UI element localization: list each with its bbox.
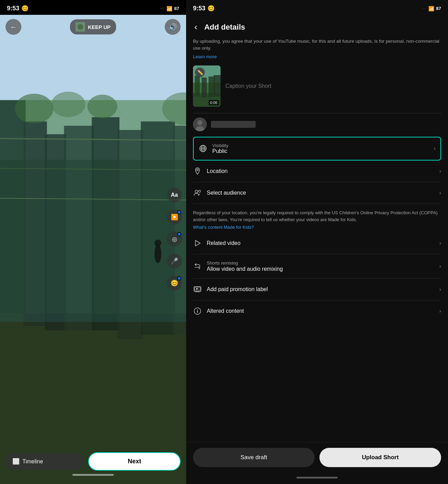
emoji-left: 😊 — [21, 5, 29, 12]
effects-dot — [177, 232, 181, 236]
remixing-text: Shorts remixing Allow video and audio re… — [207, 260, 435, 272]
svg-point-24 — [78, 24, 83, 30]
people-icon — [194, 189, 201, 196]
signal-right: ··· — [422, 7, 426, 10]
visibility-text: Visibility Public — [212, 143, 429, 155]
battery-left: 87 — [174, 6, 179, 11]
altered-content-row[interactable]: Altered content › — [193, 300, 441, 322]
page-title: Add details — [204, 23, 245, 32]
subtitle-tool-button[interactable]: ▶️ — [167, 209, 182, 225]
user-row — [193, 117, 441, 131]
related-video-text: Related video — [207, 240, 435, 246]
video-bottom-controls: ⬜ Timeline Next — [0, 447, 186, 484]
caption-input[interactable] — [225, 83, 441, 89]
back-button-left[interactable]: ← — [6, 19, 21, 35]
info-icon — [194, 307, 201, 315]
remixing-value: Allow video and audio remixing — [207, 266, 435, 272]
next-button[interactable]: Next — [88, 452, 181, 471]
bottom-spacer — [193, 322, 441, 329]
paid-promotion-chevron: › — [439, 286, 441, 292]
svg-point-18 — [154, 240, 161, 247]
audience-text: Select audience — [207, 190, 435, 196]
related-video-chevron: › — [439, 240, 441, 246]
subtitle-icon: ▶️ — [171, 214, 178, 221]
svg-point-42 — [198, 190, 201, 192]
location-chevron: › — [439, 168, 441, 174]
sticker-tool-button[interactable]: 😊 — [167, 276, 182, 291]
pin-icon — [194, 167, 201, 175]
svg-point-33 — [197, 120, 202, 125]
svg-point-17 — [154, 244, 161, 263]
right-bottom-actions: Save draft Upload Short — [186, 442, 448, 477]
timeline-icon: ⬜ — [12, 458, 20, 465]
visibility-value: Public — [212, 148, 429, 154]
globe-icon — [199, 145, 207, 152]
learn-more-link[interactable]: Learn more — [193, 54, 441, 59]
location-row[interactable]: Location › — [193, 161, 441, 182]
sound-icon: 🔊 — [169, 23, 177, 31]
bottom-button-row: ⬜ Timeline Next — [6, 452, 181, 471]
video-scene — [0, 15, 186, 484]
right-panel: 9:53 😊 ··· 📶 87 ‹ Add details By uploadi… — [186, 0, 448, 484]
paid-promotion-text: Add paid promotion label — [207, 286, 435, 292]
altered-content-icon — [193, 307, 202, 316]
shorts-remixing-row[interactable]: Shorts remixing Allow video and audio re… — [193, 254, 441, 279]
svg-rect-31 — [214, 75, 221, 96]
left-panel: 9:53 😊 ··· 📶 87 — [0, 0, 186, 484]
back-icon-left: ← — [10, 23, 17, 31]
mic-tool-button[interactable]: 🎤 — [167, 254, 182, 269]
select-audience-row[interactable]: Select audience › — [193, 182, 441, 204]
battery-right: 87 — [436, 6, 441, 11]
related-video-row[interactable]: Related video › — [193, 233, 441, 254]
visibility-row[interactable]: Visibility Public › — [193, 137, 441, 161]
keep-up-thumbnail — [75, 22, 85, 32]
text-tool-button[interactable]: Aa — [167, 187, 182, 203]
effects-tool-button[interactable]: ◎ — [167, 231, 182, 247]
coppa-text: Regardless of your location, you're lega… — [193, 209, 441, 223]
right-tools-panel: Aa ▶️ ◎ 🎤 😊 — [167, 187, 182, 291]
subtitle-dot — [177, 210, 181, 214]
status-icons-left: ··· 📶 87 — [160, 6, 179, 11]
audience-chevron: › — [439, 190, 441, 196]
video-duration: 0:06 — [208, 100, 219, 105]
audience-label: Select audience — [207, 190, 435, 196]
save-draft-button[interactable]: Save draft — [193, 448, 315, 467]
play-icon — [194, 240, 201, 247]
divider-1 — [193, 113, 441, 113]
sound-button[interactable]: 🔊 — [165, 19, 181, 35]
timeline-label: Timeline — [22, 459, 43, 465]
remixing-chevron: › — [439, 263, 441, 269]
avatar-image — [193, 117, 207, 131]
edit-thumb-icon[interactable]: ✏️ — [195, 68, 205, 77]
svg-rect-13 — [0, 100, 186, 322]
svg-point-51 — [197, 309, 198, 310]
next-label: Next — [128, 458, 141, 465]
remixing-icon — [193, 262, 202, 271]
agreement-text: By uploading, you agree that your use of… — [193, 38, 441, 52]
home-indicator-left — [72, 474, 114, 476]
location-icon — [193, 167, 202, 176]
back-button-right[interactable]: ‹ — [193, 20, 199, 34]
sticker-dot — [177, 276, 181, 280]
upload-short-button[interactable]: Upload Short — [319, 448, 441, 467]
status-bar-right: 9:53 😊 ··· 📶 87 — [186, 0, 448, 15]
remixing-label: Shorts remixing — [207, 260, 435, 266]
svg-point-40 — [197, 169, 198, 171]
timeline-button[interactable]: ⬜ Timeline — [6, 453, 84, 470]
keep-up-button[interactable]: KEEP UP — [70, 19, 116, 34]
svg-point-20 — [51, 92, 85, 117]
mic-icon: 🎤 — [171, 257, 178, 265]
time-right: 9:53 — [193, 5, 205, 12]
svg-rect-29 — [202, 78, 207, 97]
svg-rect-28 — [195, 76, 200, 96]
paid-promotion-row[interactable]: Add paid promotion label › — [193, 279, 441, 300]
paid-promotion-icon — [193, 285, 202, 294]
visibility-chevron: › — [434, 145, 436, 152]
made-for-kids-link[interactable]: What's content Made for Kids? — [193, 225, 441, 230]
video-thumbnail: ✏️ 0:06 — [193, 65, 221, 107]
keep-up-label: KEEP UP — [88, 24, 111, 30]
svg-marker-43 — [195, 240, 200, 246]
paid-promotion-label: Add paid promotion label — [207, 286, 435, 292]
wifi-left: 📶 — [166, 6, 172, 11]
audience-icon — [193, 188, 202, 197]
